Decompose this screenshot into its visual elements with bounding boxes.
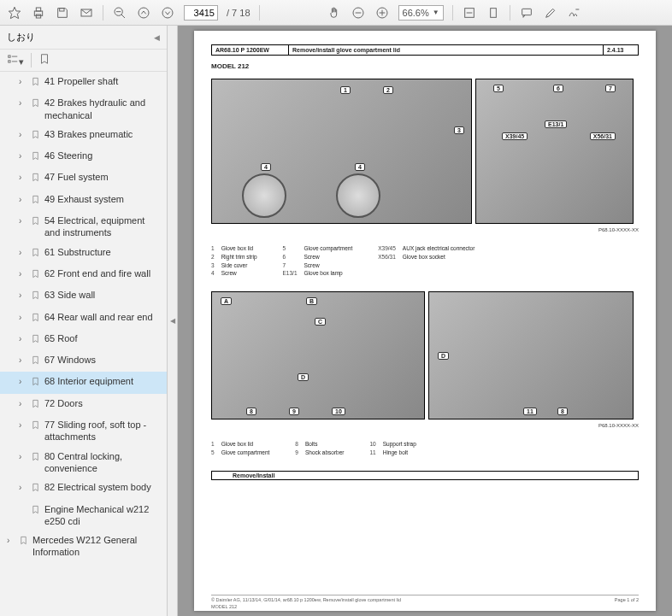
page-number-input[interactable] bbox=[184, 5, 218, 21]
bookmark-icon bbox=[31, 172, 41, 185]
sidebar-item[interactable]: ›77 Sliding roof, soft top - attachments bbox=[0, 415, 167, 447]
chevron-right-icon: › bbox=[7, 535, 15, 546]
callout: 8 bbox=[246, 408, 256, 415]
legend-2: 15Glove box lidGlove compartment89BoltsS… bbox=[211, 440, 639, 457]
chevron-right-icon: › bbox=[19, 451, 27, 462]
page-up-icon[interactable] bbox=[136, 5, 151, 21]
svg-rect-3 bbox=[36, 15, 40, 18]
document-canvas[interactable]: AR68.10 P 1200EW Remove/install glove co… bbox=[178, 26, 672, 616]
sidebar-item[interactable]: ›49 Exhaust system bbox=[0, 190, 167, 211]
figure-dashboard: 1 2 3 4 4 bbox=[211, 79, 472, 224]
hand-tool-icon[interactable] bbox=[327, 5, 342, 21]
main-area: しおり ◀ ▾ ›41 Propeller shaft›42 Brakes hy… bbox=[0, 26, 672, 616]
sidebar-item[interactable]: ›68 Interior equipment bbox=[0, 372, 167, 393]
email-icon[interactable] bbox=[79, 5, 94, 21]
sidebar-item[interactable]: ›42 Brakes hydraulic and mechanical bbox=[0, 93, 167, 125]
sidebar-item-label: 64 Rear wall and rear end bbox=[44, 311, 162, 323]
fit-width-icon[interactable] bbox=[462, 5, 477, 21]
bookmark-icon bbox=[31, 504, 41, 518]
print-icon[interactable] bbox=[31, 5, 46, 21]
zoom-plus-icon[interactable] bbox=[374, 5, 390, 21]
bookmark-icon bbox=[31, 451, 41, 465]
zoom-select[interactable]: 66.6%▼ bbox=[398, 5, 444, 21]
separator bbox=[510, 5, 510, 21]
bookmark-icon bbox=[31, 129, 41, 143]
sidebar-item[interactable]: ›46 Steering bbox=[0, 146, 167, 167]
chevron-right-icon: › bbox=[19, 150, 27, 161]
legend-column: 89BoltsShock absorber bbox=[295, 440, 344, 457]
doc-code: AR68.10 P 1200EW bbox=[212, 45, 289, 55]
highlight-icon[interactable] bbox=[543, 5, 558, 21]
chevron-right-icon: › bbox=[19, 268, 27, 279]
sidebar-item-label: 68 Interior equipment bbox=[44, 375, 162, 387]
sidebar-item[interactable]: ›43 Brakes pneumatic bbox=[0, 125, 167, 146]
bookmark-tree[interactable]: ›41 Propeller shaft›42 Brakes hydraulic … bbox=[0, 72, 167, 616]
footer-model: MODEL 212 bbox=[211, 604, 237, 609]
comment-icon[interactable] bbox=[519, 5, 534, 21]
sidebar-item[interactable]: ›82 Electrical system body bbox=[0, 478, 167, 499]
sidebar-collapse-handle[interactable] bbox=[168, 26, 178, 616]
page-footer: © Daimler AG, 11/13/14, G/01/14, ar68.10… bbox=[211, 595, 639, 602]
pdf-page: AR68.10 P 1200EW Remove/install glove co… bbox=[194, 31, 656, 611]
sidebar-item-label: Engine Mechanical w212 e250 cdi bbox=[44, 503, 162, 528]
bookmark-star-icon[interactable] bbox=[7, 5, 22, 21]
sidebar-item[interactable]: ›47 Fuel system bbox=[0, 167, 167, 189]
separator bbox=[103, 5, 103, 21]
detail-circle-icon: 4 bbox=[336, 173, 380, 218]
bookmark-list-icon[interactable]: ▾ bbox=[7, 53, 24, 67]
sidebar-item[interactable]: ›72 Doors bbox=[0, 394, 167, 415]
chevron-right-icon: › bbox=[19, 290, 27, 301]
sidebar-item-label: 82 Electrical system body bbox=[44, 481, 162, 493]
chevron-right-icon: › bbox=[19, 194, 27, 205]
zoom-out-icon[interactable] bbox=[112, 5, 127, 21]
svg-rect-18 bbox=[490, 8, 496, 17]
save-icon[interactable] bbox=[55, 5, 70, 21]
sidebar-title: しおり bbox=[7, 31, 35, 44]
sidebar-item[interactable]: ›67 Windows bbox=[0, 350, 167, 372]
chevron-right-icon: › bbox=[19, 172, 27, 183]
sign-icon[interactable] bbox=[567, 5, 582, 21]
sidebar-item-label: 49 Exhaust system bbox=[44, 193, 162, 205]
sidebar-item-label: 77 Sliding roof, soft top - attachments bbox=[44, 419, 162, 443]
sidebar-item[interactable]: ›80 Central locking, convenience bbox=[0, 447, 167, 478]
legend-column: 15Glove box lidGlove compartment bbox=[211, 440, 269, 457]
page-down-icon[interactable] bbox=[160, 5, 175, 21]
fit-page-icon[interactable] bbox=[486, 5, 501, 21]
bookmark-icon bbox=[31, 247, 41, 261]
doc-header-row: AR68.10 P 1200EW Remove/install glove co… bbox=[211, 44, 639, 56]
sidebar-close-icon[interactable]: ◀ bbox=[154, 33, 160, 42]
sidebar-item[interactable]: ›61 Substructure bbox=[0, 243, 167, 264]
page-total-label: / 7 18 bbox=[227, 8, 251, 18]
select-arrow-icon[interactable] bbox=[303, 5, 318, 21]
legend-column: X39/45X56/31AUX jack electrical connecto… bbox=[378, 244, 475, 278]
sidebar-item[interactable]: ›64 Rear wall and rear end bbox=[0, 308, 167, 329]
sidebar-item-label: 47 Fuel system bbox=[44, 171, 162, 183]
svg-rect-22 bbox=[9, 61, 10, 62]
sidebar-item[interactable]: Engine Mechanical w212 e250 cdi bbox=[0, 500, 167, 531]
sidebar-item-label: 46 Steering bbox=[44, 150, 162, 161]
sidebar-item[interactable]: ›54 Electrical, equipment and instrument… bbox=[0, 211, 167, 243]
sidebar-item-label: 72 Doors bbox=[44, 397, 162, 409]
svg-line-7 bbox=[121, 15, 125, 18]
sidebar-item[interactable]: ›63 Side wall bbox=[0, 285, 167, 307]
callout: D bbox=[298, 373, 309, 381]
callout: 10 bbox=[332, 408, 345, 415]
callout: 6 bbox=[553, 85, 563, 92]
sidebar-item-label: 41 Propeller shaft bbox=[44, 75, 162, 87]
sidebar-item[interactable]: ›65 Roof bbox=[0, 329, 167, 350]
callout: A bbox=[221, 297, 232, 305]
sidebar-item-label: 54 Electrical, equipment and instruments bbox=[44, 214, 162, 239]
sidebar-item[interactable]: ›Mercedes W212 General Information bbox=[0, 531, 167, 562]
chevron-right-icon: › bbox=[19, 97, 27, 109]
sidebar-item[interactable]: ›41 Propeller shaft bbox=[0, 72, 167, 93]
sidebar-header: しおり ◀ bbox=[0, 26, 167, 50]
zoom-minus-icon[interactable] bbox=[351, 5, 366, 21]
figure-glovebox-open: A B C D 8 9 10 bbox=[211, 291, 425, 419]
bookmark-icon bbox=[31, 482, 41, 496]
toolbar: / 7 18 66.6%▼ bbox=[0, 0, 672, 26]
find-bookmark-icon[interactable] bbox=[38, 53, 50, 67]
legend-column: 1234Glove box lidRight trim stripSide co… bbox=[211, 244, 257, 278]
sidebar-item[interactable]: ›62 Front end and fire wall bbox=[0, 264, 167, 285]
chevron-right-icon: › bbox=[19, 333, 27, 344]
sidebar-item-label: 43 Brakes pneumatic bbox=[44, 128, 162, 140]
